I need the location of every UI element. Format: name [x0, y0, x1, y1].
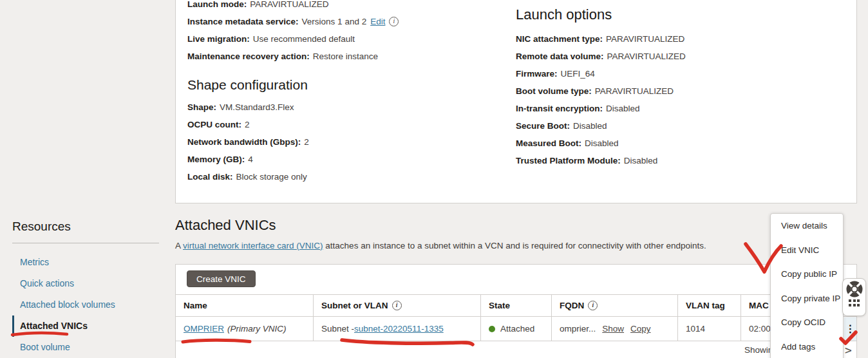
details-right-column: Launch options NIC attachment type: PARA… [516, 3, 838, 169]
info-icon[interactable]: i [389, 17, 399, 26]
edit-metadata-link[interactable]: Edit [370, 17, 385, 26]
detail-label: OCPU count: [187, 120, 241, 129]
sidebar-item-boot-volume[interactable]: Boot volume [12, 337, 159, 358]
context-menu-list: View details Edit VNIC Copy public IP Co… [771, 214, 843, 358]
kebab-menu-icon[interactable]: ⋮ [845, 324, 856, 334]
header-label: Name [184, 301, 207, 310]
detail-value: Disabled [624, 156, 658, 165]
sidebar-item-label: Quick actions [20, 278, 74, 288]
apps-grid-icon[interactable] [849, 299, 860, 306]
detail-label: Measured Boot: [516, 138, 581, 148]
detail-value: Disabled [573, 121, 607, 131]
fqdn-copy-link[interactable]: Copy [630, 324, 651, 334]
state-value: Attached [500, 324, 534, 334]
create-vnic-button[interactable]: Create VNIC [187, 270, 256, 287]
description-prefix: A [175, 241, 183, 250]
detail-label: Maintenance recovery action: [187, 52, 310, 61]
fqdn-show-link[interactable]: Show [602, 324, 624, 334]
sidebar-divider [12, 243, 159, 243]
detail-row-instance-metadata-service: Instance metadata service: Versions 1 an… [187, 13, 509, 30]
header-subnet-or-vlan[interactable]: Subnet or VLANi [314, 295, 481, 316]
menu-item-copy-ocid[interactable]: Copy OCID [771, 310, 843, 335]
detail-label: In-transit encryption: [516, 104, 603, 113]
info-glyph: i [393, 19, 395, 25]
detail-value: PARAVIRTUALIZED [607, 52, 686, 61]
detail-value: Disabled [606, 104, 640, 113]
detail-row-ocpu-count: OCPU count: 2 [187, 116, 509, 133]
detail-row-live-migration: Live migration: Use recommended default [187, 30, 509, 48]
detail-row-memory: Memory (GB): 4 [187, 151, 509, 168]
cell-vlan-tag: 1014 [678, 317, 741, 341]
detail-row-nic-attachment-type: NIC attachment type: PARAVIRTUALIZED [516, 30, 838, 48]
instance-details-card: Launch mode: PARAVIRTUALIZED Instance me… [175, 0, 857, 203]
sidebar-item-attached-vnics[interactable]: Attached VNICs [12, 316, 159, 337]
detail-label: Shape: [187, 102, 216, 112]
detail-label: Firmware: [516, 69, 558, 79]
detail-row-in-transit-encryption: In-transit encryption: Disabled [516, 100, 838, 117]
fqdn-value: omprier... [560, 324, 596, 334]
menu-item-view-details[interactable]: View details [771, 214, 843, 238]
detail-label: Remote data volume: [516, 52, 604, 61]
attached-vnics-title: Attached VNICs [175, 215, 276, 236]
menu-item-copy-private-ip[interactable]: Copy private IP [771, 287, 843, 311]
detail-value: PARAVIRTUALIZED [595, 86, 674, 96]
vnic-name-link[interactable]: OMPRIER [184, 324, 224, 334]
info-icon[interactable]: i [588, 301, 598, 310]
detail-row-network-bandwidth: Network bandwidth (Gbps): 2 [187, 133, 509, 151]
resources-sidebar: Resources Metrics Quick actions Attached… [12, 219, 159, 358]
sidebar-item-metrics[interactable]: Metrics [12, 252, 159, 273]
detail-row-shape: Shape: VM.Standard3.Flex [187, 99, 509, 116]
header-label: Subnet or VLAN [321, 301, 388, 310]
menu-item-copy-public-ip[interactable]: Copy public IP [771, 262, 843, 287]
header-label: FQDN [560, 301, 584, 310]
detail-row-trusted-platform-module: Trusted Platform Module: Disabled [516, 152, 838, 169]
detail-value: Versions 1 and 2 [302, 17, 367, 26]
vnic-doc-link[interactable]: virtual network interface card (VNIC) [183, 241, 323, 250]
subnet-link[interactable]: subnet-20220511-1335 [354, 324, 444, 334]
header-label: State [489, 301, 510, 310]
header-state[interactable]: State [481, 295, 552, 316]
cell-subnet: Subnet - subnet-20220511-1335 [314, 317, 481, 341]
sidebar-item-attached-block-volumes[interactable]: Attached block volumes [12, 294, 159, 316]
header-name[interactable]: Name [176, 295, 314, 316]
primary-vnic-label: (Primary VNIC) [227, 324, 287, 334]
detail-value: Use recommended default [253, 34, 355, 44]
sidebar-item-quick-actions[interactable]: Quick actions [12, 273, 159, 294]
detail-value: VM.Standard3.Flex [220, 102, 294, 112]
chevron-right-icon[interactable]: > [845, 343, 852, 357]
sidebar-item-label: Attached VNICs [20, 321, 88, 331]
details-left-column: Launch mode: PARAVIRTUALIZED Instance me… [187, 0, 509, 185]
detail-value: 2 [245, 120, 250, 129]
detail-value: Restore instance [313, 52, 378, 61]
menu-item-add-tags[interactable]: Add tags [771, 335, 843, 358]
detail-row-local-disk: Local disk: Block storage only [187, 168, 509, 185]
sidebar-item-label: Metrics [20, 257, 49, 267]
detail-value: PARAVIRTUALIZED [606, 34, 684, 44]
header-label: VLAN tag [686, 301, 725, 310]
cell-name: OMPRIER (Primary VNIC) [176, 317, 314, 341]
row-actions-area: ⋮ [844, 317, 856, 341]
detail-label: Instance metadata service: [187, 17, 299, 26]
row-context-menu: View details Edit VNIC Copy public IP Co… [770, 213, 844, 358]
vlan-tag-value: 1014 [686, 324, 705, 334]
menu-item-edit-vnic[interactable]: Edit VNIC [771, 238, 843, 263]
table-header-row: Name Subnet or VLANi State FQDNi VLAN ta… [176, 294, 856, 317]
sidebar-item-label: Boot volume [20, 342, 70, 352]
detail-value: Block storage only [236, 172, 307, 182]
detail-label: Secure Boot: [516, 121, 570, 131]
description-suffix: attaches an instance to a subnet within … [323, 241, 706, 250]
detail-row-measured-boot: Measured Boot: Disabled [516, 135, 838, 152]
launch-options-title: Launch options [516, 3, 838, 26]
attached-vnics-description: A virtual network interface card (VNIC) … [175, 240, 706, 252]
header-vlan-tag[interactable]: VLAN tag [678, 295, 741, 316]
detail-label: NIC attachment type: [516, 34, 603, 44]
life-ring-icon[interactable] [846, 281, 863, 297]
shape-configuration-title: Shape configuration [187, 75, 509, 95]
detail-row-launch-mode: Launch mode: PARAVIRTUALIZED [187, 0, 509, 13]
info-icon[interactable]: i [392, 301, 402, 310]
mac-value: 02:00: [749, 324, 773, 334]
sidebar-item-label: Attached block volumes [20, 299, 115, 310]
info-glyph: i [592, 303, 594, 309]
header-fqdn[interactable]: FQDNi [552, 295, 678, 316]
detail-value: UEFI_64 [561, 69, 595, 79]
